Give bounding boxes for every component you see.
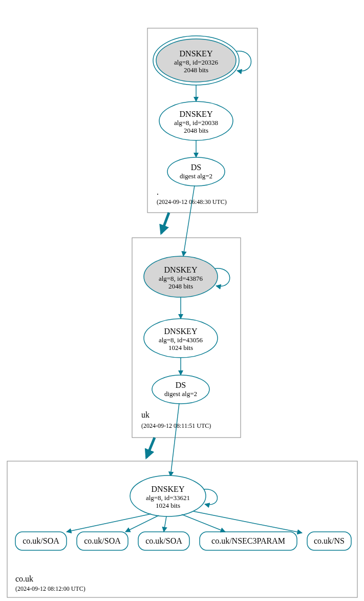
edge-uk-ds-to-couk-key [170, 403, 179, 476]
root-ds-title: DS [191, 163, 201, 172]
edge-root-to-uk-delegation [161, 213, 169, 233]
root-ksk-title: DNSKEY [180, 49, 213, 58]
uk-ksk-bits: 2048 bits [168, 282, 193, 290]
uk-zsk-bits: 1024 bits [168, 344, 193, 351]
node-uk-zsk: DNSKEY alg=8, id=43056 1024 bits [144, 319, 218, 358]
uk-ksk-title: DNSKEY [164, 265, 198, 274]
node-root-ksk: DNSKEY alg=8, id=20326 2048 bits [153, 36, 239, 85]
couk-key-title: DNSKEY [152, 485, 185, 493]
root-zsk-title: DNSKEY [180, 110, 213, 118]
edge-key-to-soa1 [67, 514, 151, 532]
leaf-nsec3param: co.uk/NSEC3PARAM [200, 532, 297, 550]
root-zsk-alg: alg=8, id=20038 [174, 119, 218, 127]
node-root-ds: DS digest alg=2 [167, 157, 225, 186]
edge-root-ksk-self [236, 51, 251, 71]
zone-root-label: . [157, 188, 159, 196]
dnssec-chain-diagram: . (2024-09-12 06:48:30 UTC) DNSKEY alg=8… [0, 0, 364, 601]
zone-uk-label: uk [141, 410, 149, 419]
root-ksk-bits: 2048 bits [184, 66, 208, 74]
root-ds-alg: digest alg=2 [180, 172, 212, 180]
leaf-soa1: co.uk/SOA [15, 532, 67, 550]
leaf-soa3-label: co.uk/SOA [145, 536, 182, 545]
root-ksk-alg: alg=8, id=20326 [174, 58, 219, 66]
couk-key-bits: 1024 bits [156, 502, 180, 509]
uk-ds-title: DS [176, 381, 186, 389]
zone-couk-timestamp: (2024-09-12 08:12:00 UTC) [15, 585, 85, 592]
leaf-soa3: co.uk/SOA [138, 532, 189, 550]
uk-ksk-alg: alg=8, id=43876 [159, 275, 203, 282]
edge-uk-to-couk-delegation [146, 438, 155, 458]
uk-zsk-title: DNSKEY [164, 327, 198, 336]
node-couk-key: DNSKEY alg=8, id=33621 1024 bits [130, 475, 206, 516]
node-uk-ds: DS digest alg=2 [152, 375, 209, 404]
svg-point-3 [167, 157, 225, 186]
edge-key-to-soa3 [164, 516, 166, 532]
leaf-ns: co.uk/NS [307, 532, 351, 550]
edge-key-to-nsec [182, 514, 225, 532]
uk-zsk-alg: alg=8, id=43056 [159, 336, 203, 344]
root-zsk-bits: 2048 bits [184, 127, 208, 134]
leaf-soa1-label: co.uk/SOA [23, 536, 59, 545]
svg-point-6 [152, 375, 209, 404]
leaf-ns-label: co.uk/NS [314, 536, 345, 545]
leaf-soa2: co.uk/SOA [77, 532, 128, 550]
node-root-zsk: DNSKEY alg=8, id=20038 2048 bits [159, 101, 233, 140]
couk-key-alg: alg=8, id=33621 [146, 494, 190, 502]
zone-couk-label: co.uk [15, 574, 33, 583]
leaf-soa2-label: co.uk/SOA [84, 536, 121, 545]
node-uk-ksk: DNSKEY alg=8, id=43876 2048 bits [144, 256, 218, 297]
uk-ds-alg: digest alg=2 [164, 390, 197, 398]
edge-root-ds-to-uk-ksk [183, 185, 195, 256]
edge-key-to-ns [194, 511, 302, 533]
leaf-nsec-label: co.uk/NSEC3PARAM [211, 536, 285, 545]
